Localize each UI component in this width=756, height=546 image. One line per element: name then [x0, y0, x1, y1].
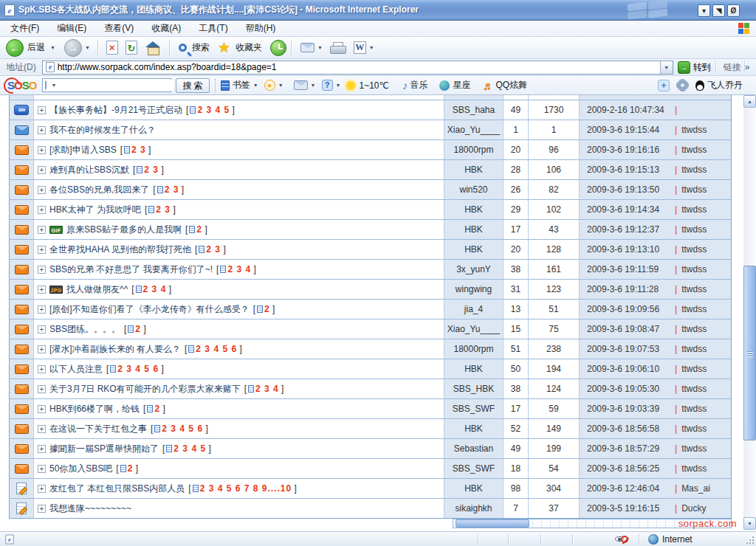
last-poster-link[interactable]: ttwdss	[681, 304, 707, 314]
links-label[interactable]: 链接	[724, 61, 741, 74]
expand-toggle-icon[interactable]: +	[38, 206, 46, 214]
topic-title-link[interactable]: 我想進隊~~~~~~~~~	[49, 502, 131, 515]
page-links[interactable]: [2 3 4 ]	[244, 384, 284, 394]
last-poster-link[interactable]: ttwdss	[681, 125, 707, 135]
author-link[interactable]: HBK	[464, 424, 483, 434]
author-link[interactable]: Xiao_Yu____	[447, 125, 500, 135]
author-link[interactable]: HBK	[464, 244, 483, 255]
author-link[interactable]: HBK	[464, 364, 483, 374]
page-links[interactable]: [2 3 ]	[120, 145, 151, 155]
author-link[interactable]: wingwing	[456, 284, 492, 294]
soso-mail-button[interactable]: ▼	[289, 80, 319, 90]
last-poster-link[interactable]: ttwdss	[681, 404, 707, 414]
last-poster-link[interactable]: ttwdss	[681, 145, 707, 155]
vertical-scrollbar[interactable]: ▲ ▼	[743, 95, 756, 530]
page-links[interactable]: [2 ]	[143, 404, 165, 414]
gear-icon[interactable]	[678, 80, 687, 90]
last-poster-link[interactable]: ttwdss	[681, 384, 707, 394]
expand-toggle-icon[interactable]: +	[38, 405, 46, 413]
links-chevron-icon[interactable]: »	[745, 62, 750, 72]
weather-widget[interactable]: 1~10℃	[346, 80, 389, 91]
topic-title-link[interactable]: 原来SBS贴子最多的人是我啊	[66, 224, 182, 236]
minimize-button[interactable]: ▾	[698, 4, 710, 17]
expand-toggle-icon[interactable]: +	[38, 266, 46, 274]
close-button[interactable]: Ø	[727, 4, 740, 17]
address-input[interactable]	[58, 62, 660, 73]
topic-title-link[interactable]: [求助]申请入SBS	[49, 144, 117, 156]
last-poster-link[interactable]: ttwdss	[681, 244, 707, 255]
horizontal-scrollbar-thumb[interactable]	[456, 519, 529, 528]
music-button[interactable]: ♪ 音乐	[402, 79, 428, 91]
expand-toggle-icon[interactable]: +	[38, 345, 46, 353]
topic-title-link[interactable]: 【族长事务帖】-9月21号正式启动	[49, 104, 182, 117]
author-link[interactable]: Xiao_Yu____	[447, 324, 500, 334]
topic-title-link[interactable]: 发红包了 本红包只限SBS内部人员	[49, 483, 185, 495]
expand-toggle-icon[interactable]: +	[38, 425, 46, 433]
expand-toggle-icon[interactable]: +	[38, 106, 46, 114]
last-poster-link[interactable]: Ducky	[681, 503, 706, 514]
last-poster-link[interactable]: ttwdss	[681, 344, 707, 354]
author-link[interactable]: Sebastian	[454, 443, 493, 454]
topic-title-link[interactable]: 50你加入SBS吧	[49, 463, 112, 475]
forward-dropdown-icon[interactable]: ▼	[85, 45, 90, 50]
menu-edit[interactable]: 编辑(E)	[49, 21, 94, 36]
page-links[interactable]: [2 ]	[185, 224, 207, 235]
expand-toggle-icon[interactable]: +	[38, 305, 46, 314]
go-button[interactable]: → 转到	[678, 61, 715, 74]
author-link[interactable]: 3x_yunY	[456, 264, 491, 274]
soso-search-button[interactable]: 搜 索	[176, 78, 209, 93]
favorites-button[interactable]: ★ 收藏夹	[212, 41, 264, 55]
expand-toggle-icon[interactable]: +	[38, 146, 46, 154]
topic-title-link[interactable]: 找人做做朋友^^	[66, 283, 128, 296]
bookmarks-button[interactable]: 书签 ▼	[221, 79, 261, 91]
last-poster-link[interactable]: ttwdss	[681, 284, 707, 294]
author-link[interactable]: SBS_HBK	[453, 384, 494, 394]
page-links[interactable]: [2 3 4 5 6 ]	[106, 364, 164, 374]
scroll-up-button[interactable]: ▲	[743, 95, 756, 108]
soso-search-input[interactable]	[59, 80, 173, 91]
expand-toggle-icon[interactable]: +	[38, 325, 46, 334]
menu-tools[interactable]: 工具(T)	[191, 21, 235, 36]
page-links[interactable]: [2 3 4 5 6 ]	[151, 424, 208, 434]
topic-title-link[interactable]: 據聞新一屆SP選舉快開始了	[49, 443, 159, 455]
last-poster-link[interactable]: ttwdss	[681, 264, 707, 274]
back-dropdown-icon[interactable]: ▼	[50, 45, 55, 50]
back-button[interactable]: ← 后退 ▼	[0, 39, 58, 57]
edit-with-word-button[interactable]: W ▼	[349, 41, 377, 54]
page-links[interactable]: [2 3 ]	[145, 204, 176, 215]
forward-button[interactable]: → ▼	[58, 39, 93, 57]
last-poster-link[interactable]: ttwdss	[681, 463, 707, 474]
add-button[interactable]: +	[658, 80, 670, 91]
author-link[interactable]: win520	[459, 184, 487, 195]
author-link[interactable]: SBS_haha	[453, 105, 495, 115]
scroll-down-button[interactable]: ▼	[743, 517, 756, 530]
author-link[interactable]: sikaighkh	[455, 503, 492, 514]
topic-title-link[interactable]: HBK到66楼了啊，给钱	[49, 403, 140, 415]
vertical-scrollbar-thumb[interactable]	[743, 266, 756, 440]
page-links[interactable]: [2 ]	[253, 304, 275, 314]
last-poster-link[interactable]: ttwdss	[681, 443, 707, 454]
topic-title-link[interactable]: 关于3月7日 RKO有可能开的几个彩票大家来赌下	[49, 383, 241, 395]
last-poster-link[interactable]: ttwdss	[681, 165, 707, 175]
page-links[interactable]: [2 3 ]	[195, 244, 226, 255]
qq-dance-button[interactable]: ♬ QQ炫舞	[482, 79, 527, 91]
qq-account[interactable]: 飞人乔丹	[695, 79, 743, 91]
topic-title-link[interactable]: 各位SBS的兄弟,我回来了	[49, 184, 149, 196]
topic-title-link[interactable]: 全世界找HAHA 见到他的帮我打死他	[49, 243, 191, 256]
author-link[interactable]: SBS_SWF	[453, 404, 495, 414]
author-link[interactable]: HBK	[464, 483, 483, 494]
history-button[interactable]	[270, 40, 286, 56]
page-links[interactable]: [2 ]	[116, 463, 138, 474]
expand-toggle-icon[interactable]: +	[38, 286, 46, 294]
last-poster-link[interactable]: Mas_ai	[681, 483, 710, 494]
help-button[interactable]: ? ▼	[322, 80, 344, 91]
page-links[interactable]: [2 3 4 5 6 ]	[185, 344, 242, 354]
topic-title-link[interactable]: 在这说一下关于红包之事	[49, 423, 147, 435]
last-poster-link[interactable]: ttwdss	[681, 364, 707, 374]
expand-toggle-icon[interactable]: +	[38, 465, 46, 473]
author-link[interactable]: HBK	[464, 165, 483, 175]
page-links[interactable]: [2 3 4 5 6 7 8 9....10 ]	[188, 483, 296, 494]
author-link[interactable]: 18000rpm	[453, 344, 493, 354]
refresh-button[interactable]: ↻	[126, 41, 137, 55]
author-link[interactable]: HBK	[464, 224, 483, 235]
